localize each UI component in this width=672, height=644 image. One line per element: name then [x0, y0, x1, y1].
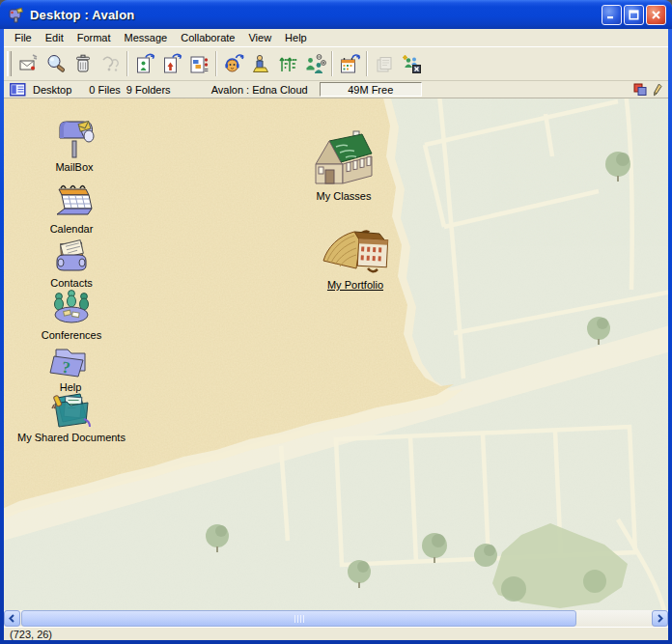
- free-space-indicator: 49M Free: [320, 82, 422, 97]
- status-bar: (723, 26): [4, 627, 668, 640]
- app-icon: [8, 6, 25, 23]
- window-content: File Edit Format Message Collaborate Vie…: [4, 29, 668, 640]
- trash-icon: [71, 52, 95, 75]
- toolbar: [4, 46, 668, 81]
- shared-documents-icon: [47, 390, 96, 431]
- horizontal-scrollbar[interactable]: [4, 610, 668, 627]
- layers-icon[interactable]: [633, 83, 647, 96]
- help-folder-icon: ?: [48, 342, 93, 380]
- search-icon: [44, 52, 68, 75]
- desktop-icon-conferences[interactable]: Conferences: [4, 288, 139, 341]
- contacts-icon: [49, 236, 94, 276]
- server-label: Avalon : Edna Cloud: [211, 84, 308, 96]
- directory-button[interactable]: [274, 50, 301, 77]
- menu-edit[interactable]: Edit: [39, 30, 70, 45]
- mailbox-icon: [52, 118, 97, 160]
- desktop-icon-label: Calendar: [50, 223, 94, 235]
- schoolhouse-icon: [310, 127, 378, 189]
- pointer-coordinates: (723, 26): [10, 629, 52, 640]
- minimize-button[interactable]: [602, 5, 622, 25]
- permissions-button[interactable]: [301, 50, 328, 77]
- desktop-view-icon[interactable]: [10, 83, 26, 97]
- desktop-workspace[interactable]: MailBox Calendar: [4, 98, 668, 610]
- upload-file-icon: [160, 52, 183, 75]
- upload-file-button[interactable]: [158, 50, 185, 77]
- maximize-button[interactable]: [624, 5, 644, 25]
- desktop-icon-label: Conferences: [42, 329, 101, 341]
- open-file-icon: [187, 52, 210, 75]
- toolbar-separator: [126, 51, 128, 76]
- delete-button[interactable]: [70, 50, 97, 77]
- desktop-icon-my-portfolio[interactable]: My Portfolio: [288, 224, 423, 291]
- desktop-icon-my-classes[interactable]: My Classes: [276, 127, 411, 202]
- network-trash-button[interactable]: [398, 50, 425, 77]
- documents-button[interactable]: [371, 50, 398, 77]
- toolbar-grip[interactable]: [7, 51, 12, 76]
- scroll-right-button[interactable]: [652, 610, 668, 627]
- summary-bar: Desktop 0 Files 9 Folders Avalon : Edna …: [4, 81, 668, 98]
- new-document-icon: [133, 52, 156, 75]
- location-label: Desktop: [33, 84, 71, 96]
- new-message-icon: [17, 52, 41, 75]
- title-bar[interactable]: Desktop : Avalon: [0, 0, 672, 29]
- desktop-icon-mailbox[interactable]: MailBox: [7, 118, 142, 173]
- folders-count: 9 Folders: [126, 84, 171, 96]
- menu-view[interactable]: View: [241, 30, 278, 45]
- new-calendar-icon: [338, 52, 361, 75]
- menu-message[interactable]: Message: [118, 30, 175, 45]
- instant-message-button[interactable]: [220, 50, 247, 77]
- search-button[interactable]: [42, 50, 70, 77]
- presentation-button[interactable]: [247, 50, 274, 77]
- menu-format[interactable]: Format: [70, 30, 118, 45]
- pencil-icon[interactable]: [653, 83, 662, 97]
- menu-collaborate[interactable]: Collaborate: [174, 30, 241, 45]
- application-window: Desktop : Avalon File Edit Format Messag…: [0, 0, 672, 644]
- desktop-icon-contacts[interactable]: Contacts: [4, 236, 139, 289]
- documents-icon: [373, 52, 396, 75]
- network-trash-icon: [400, 52, 423, 75]
- history-button[interactable]: [97, 50, 124, 77]
- menu-file[interactable]: File: [8, 30, 39, 45]
- desktop-icon-label: My Portfolio: [327, 279, 383, 291]
- instant-message-icon: [222, 52, 245, 75]
- scrollbar-thumb[interactable]: [21, 610, 576, 627]
- scrollbar-grip: [294, 615, 304, 623]
- toolbar-separator: [215, 51, 217, 76]
- portfolio-icon: [318, 224, 393, 278]
- directory-icon: [276, 52, 299, 75]
- menu-bar: File Edit Format Message Collaborate Vie…: [4, 29, 668, 46]
- presentation-icon: [249, 52, 272, 75]
- permissions-icon: [303, 52, 326, 75]
- desktop-icon-calendar[interactable]: Calendar: [4, 182, 139, 235]
- toolbar-separator: [331, 51, 333, 76]
- toolbar-separator: [366, 51, 368, 76]
- new-document-button[interactable]: [131, 50, 158, 77]
- desktop-icon-label: My Classes: [317, 190, 372, 202]
- menu-help[interactable]: Help: [278, 30, 314, 45]
- history-icon: [98, 52, 122, 75]
- scroll-left-button[interactable]: [4, 610, 20, 627]
- files-count: 0 Files: [89, 84, 120, 96]
- desktop-icon-help[interactable]: ? Help: [4, 342, 138, 393]
- desktop-icon-label: MailBox: [55, 161, 93, 173]
- desk-calendar-icon: [49, 182, 94, 222]
- new-message-button[interactable]: [15, 50, 42, 77]
- desktop-icon-my-shared-documents[interactable]: My Shared Documents: [4, 390, 139, 443]
- open-file-button[interactable]: [185, 50, 212, 77]
- window-title: Desktop : Avalon: [30, 8, 602, 22]
- close-button[interactable]: [646, 5, 666, 25]
- conferences-icon: [46, 288, 97, 328]
- new-calendar-event-button[interactable]: [336, 50, 363, 77]
- desktop-icon-label: My Shared Documents: [17, 432, 126, 443]
